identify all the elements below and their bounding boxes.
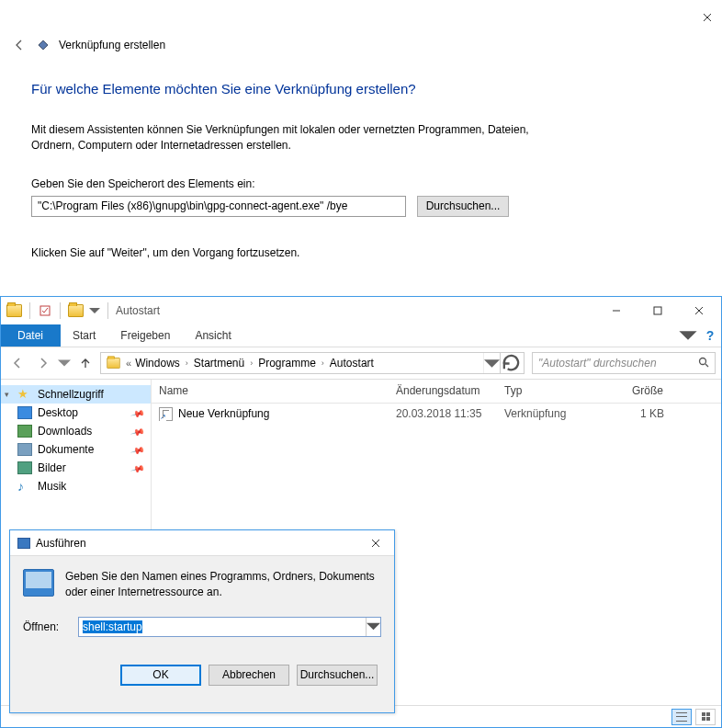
file-name: Neue Verknüpfung [178,407,269,420]
table-row[interactable]: Neue Verknüpfung 20.03.2018 11:35 Verknü… [152,404,721,424]
open-combobox[interactable]: shell:startup [78,617,381,637]
svg-point-2 [700,358,706,365]
breadcrumb-item[interactable]: Windows [133,357,182,370]
cancel-button[interactable]: Abbrechen [209,665,289,686]
sidebar-item-documents[interactable]: Dokumente 📌 [1,440,151,459]
nav-back-button[interactable] [6,352,28,374]
sidebar-item-pictures[interactable]: Bilder 📌 [1,459,151,477]
ok-button[interactable]: OK [120,665,201,686]
column-header-date[interactable]: Änderungsdatum [389,380,497,403]
sidebar-item-label: Downloads [38,425,92,438]
run-icon [17,538,30,549]
shortcut-wizard-icon [39,40,49,51]
column-header-name[interactable]: Name [152,380,389,403]
close-button[interactable] [697,7,717,28]
chevron-right-icon[interactable]: › [318,358,328,368]
refresh-icon[interactable] [500,353,522,373]
search-input[interactable]: "Autostart" durchsuchen [532,352,716,374]
nav-history-caret-icon[interactable] [58,357,71,370]
breadcrumb[interactable]: « Windows › Startmenü › Programme › Auto… [100,352,525,374]
downloads-icon [17,425,32,438]
pin-icon: 📌 [130,405,145,420]
sidebar-item-quickaccess[interactable]: ▾ ★ Schnellzugriff [1,385,151,404]
wizard-hint: Klicken Sie auf "Weiter", um den Vorgang… [31,246,667,259]
sidebar-item-label: Bilder [38,461,66,474]
search-placeholder: "Autostart" durchsuchen [538,357,698,370]
sidebar-item-label: Desktop [38,406,78,419]
sidebar-item-label: Dokumente [38,443,94,456]
tab-view[interactable]: Ansicht [183,324,243,347]
breadcrumb-caret-icon[interactable] [483,353,500,373]
chevron-right-icon[interactable]: › [182,358,192,368]
chevron-down-icon[interactable] [366,618,380,636]
tab-start[interactable]: Start [61,324,108,347]
documents-icon [17,443,32,456]
sidebar-item-label: Musik [38,480,66,493]
view-details-button[interactable] [671,709,692,725]
nav-forward-button [32,352,54,374]
sidebar-item-downloads[interactable]: Downloads 📌 [1,422,151,440]
run-description: Geben Sie den Namen eines Programms, Ord… [65,569,381,600]
chevron-down-icon[interactable]: ▾ [5,390,14,399]
search-icon [698,355,709,371]
desktop-icon [17,406,32,419]
ribbon: Datei Start Freigeben Ansicht ? [1,324,721,347]
close-button[interactable] [678,298,719,324]
explorer-titlebar: Autostart [1,297,721,324]
wizard-intro: Mit diesem Assistenten können Sie Verknü… [31,122,546,154]
folder-icon [107,358,119,369]
wizard-heading: Für welche Elemente möchten Sie eine Ver… [31,81,667,97]
pin-icon: 📌 [130,461,145,475]
folder-icon [6,304,22,317]
run-app-icon [23,569,54,597]
sidebar-item-desktop[interactable]: Desktop 📌 [1,404,151,422]
pictures-icon [17,461,32,474]
run-dialog: Ausführen Geben Sie den Namen eines Prog… [9,529,395,713]
browse-button[interactable]: Durchsuchen... [417,196,509,217]
help-icon[interactable]: ? [699,324,721,347]
qat-caret-icon[interactable] [89,303,100,318]
tab-share[interactable]: Freigeben [108,324,183,347]
tab-file[interactable]: Datei [1,324,61,347]
wizard-title: Verknüpfung erstellen [59,39,165,51]
sidebar-item-music[interactable]: ♪ Musik [1,477,151,495]
run-title: Ausführen [36,537,362,550]
create-shortcut-wizard: Verknüpfung erstellen Für welche Element… [0,0,722,285]
sidebar-item-label: Schnellzugriff [38,388,104,401]
breadcrumb-item[interactable]: Programme [256,357,318,370]
music-icon: ♪ [17,480,32,493]
maximize-button[interactable] [637,298,678,324]
browse-button[interactable]: Durchsuchen... [297,665,378,686]
file-date: 20.03.2018 11:35 [389,407,497,420]
file-type: Verknüpfung [497,407,598,420]
breadcrumb-item[interactable]: Autostart [328,357,376,370]
column-header-size[interactable]: Größe [598,380,671,403]
minimize-button[interactable] [595,298,637,324]
close-button[interactable] [362,533,389,553]
pin-icon: 📌 [130,424,145,438]
column-header-type[interactable]: Typ [497,380,598,403]
star-icon: ★ [17,388,32,401]
svg-rect-1 [654,307,661,314]
chevron-double-icon[interactable]: « [124,358,133,369]
breadcrumb-item[interactable]: Startmenü [192,357,246,370]
new-folder-icon[interactable] [68,304,84,317]
open-label: Öffnen: [23,620,71,633]
properties-icon[interactable] [38,303,52,318]
chevron-right-icon[interactable]: › [246,358,256,368]
view-large-icons-button[interactable] [695,709,716,725]
file-size: 1 KB [598,407,671,420]
shortcut-file-icon [159,407,173,421]
address-bar-row: « Windows › Startmenü › Programme › Auto… [1,347,721,380]
nav-up-button[interactable] [74,352,96,374]
expand-ribbon-icon[interactable] [677,324,699,347]
open-value: shell:startup [83,620,142,633]
target-path-input[interactable] [31,196,406,217]
back-button[interactable] [11,37,28,53]
window-caption: Autostart [116,304,160,317]
pin-icon: 📌 [130,442,145,457]
path-label: Geben Sie den Speicherort des Elements e… [31,177,667,190]
